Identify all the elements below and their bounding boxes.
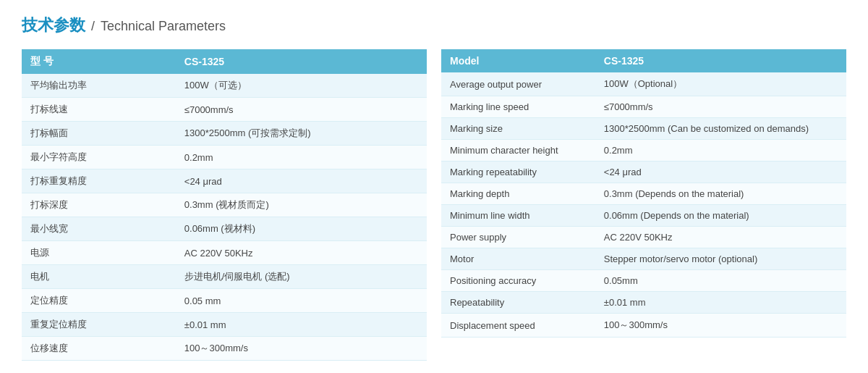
table-row: Marking repeatability<24 μrad [441,162,846,183]
table-row: Repeatability±0.01 mm [441,292,846,314]
en-row-label: Power supply [441,227,595,248]
cn-row-label: 打标幅面 [22,122,176,146]
cn-row-value: 0.05 mm [176,289,427,313]
table-row: 定位精度0.05 mm [22,289,427,313]
cn-row-value: ±0.01 mm [176,313,427,337]
cn-row-label: 定位精度 [22,289,176,313]
en-header-label: Model [441,49,595,72]
en-row-label: Marking line speed [441,96,595,118]
title-english: Technical Parameters [101,19,226,34]
chinese-table-section: 型 号 CS-1325 平均输出功率100W（可选）打标线速≤7000mm/s打… [22,49,427,361]
title-separator: / [91,19,95,34]
en-row-value: AC 220V 50KHz [595,227,846,248]
table-row: 电机步进电机/伺服电机 (选配) [22,265,427,289]
table-row: 打标重复精度<24 μrad [22,169,427,193]
en-row-value: Stepper motor/servo motor (optional) [595,248,846,270]
cn-row-value: 0.3mm (视材质而定) [176,193,427,217]
tables-wrapper: 型 号 CS-1325 平均输出功率100W（可选）打标线速≤7000mm/s打… [22,49,846,361]
en-row-value: ±0.01 mm [595,292,846,314]
en-row-label: Displacement speed [441,314,595,338]
en-row-value: <24 μrad [595,162,846,183]
cn-row-label: 位移速度 [22,337,176,361]
table-row: Marking line speed≤7000mm/s [441,96,846,118]
table-row: Power supplyAC 220V 50KHz [441,227,846,248]
en-row-label: Motor [441,248,595,270]
en-row-value: 0.06mm (Depends on the material) [595,205,846,227]
en-row-label: Marking repeatability [441,162,595,183]
en-row-value: 1300*2500mm (Can be customized on demand… [595,118,846,140]
table-row: 打标幅面1300*2500mm (可按需求定制) [22,122,427,146]
table-row: Displacement speed100～300mm/s [441,314,846,338]
page-header: 技术参数 / Technical Parameters [22,14,846,36]
table-row: Positioning accuracy0.05mm [441,270,846,292]
en-row-label: Repeatability [441,292,595,314]
english-table-section: Model CS-1325 Average output power100W（O… [441,49,846,361]
en-row-value: 0.2mm [595,140,846,162]
table-row: 平均输出功率100W（可选） [22,74,427,98]
cn-row-label: 重复定位精度 [22,313,176,337]
en-row-value: 100～300mm/s [595,314,846,338]
cn-header-label: 型 号 [22,49,176,74]
cn-row-label: 最小字符高度 [22,146,176,169]
table-row: 位移速度100～300mm/s [22,337,427,361]
cn-row-value: 1300*2500mm (可按需求定制) [176,122,427,146]
cn-row-label: 打标线速 [22,98,176,122]
en-row-label: Marking size [441,118,595,140]
en-row-label: Positioning accuracy [441,270,595,292]
en-row-value: 0.05mm [595,270,846,292]
cn-row-label: 打标重复精度 [22,169,176,193]
cn-row-value: 0.06mm (视材料) [176,217,427,241]
cn-row-label: 最小线宽 [22,217,176,241]
table-row: MotorStepper motor/servo motor (optional… [441,248,846,270]
cn-row-value: 100～300mm/s [176,337,427,361]
en-row-label: Marking depth [441,183,595,205]
table-row: 打标线速≤7000mm/s [22,98,427,122]
en-row-value: ≤7000mm/s [595,96,846,118]
en-row-value: 0.3mm (Depends on the material) [595,183,846,205]
cn-row-value: <24 μrad [176,169,427,193]
cn-row-value: 0.2mm [176,146,427,169]
cn-row-label: 打标深度 [22,193,176,217]
table-row: 打标深度0.3mm (视材质而定) [22,193,427,217]
en-row-label: Average output power [441,72,595,96]
cn-row-value: 步进电机/伺服电机 (选配) [176,265,427,289]
cn-row-value: AC 220V 50KHz [176,241,427,265]
table-row: Marking depth0.3mm (Depends on the mater… [441,183,846,205]
cn-row-value: ≤7000mm/s [176,98,427,122]
table-row: 最小字符高度0.2mm [22,146,427,169]
cn-row-value: 100W（可选） [176,74,427,98]
en-header-value: CS-1325 [595,49,846,72]
cn-header-value: CS-1325 [176,49,427,74]
en-row-value: 100W（Optional） [595,72,846,96]
table-row: 最小线宽0.06mm (视材料) [22,217,427,241]
en-row-label: Minimum line width [441,205,595,227]
table-row: 重复定位精度±0.01 mm [22,313,427,337]
english-table: Model CS-1325 Average output power100W（O… [441,49,846,338]
cn-row-label: 电源 [22,241,176,265]
table-row: Minimum character height0.2mm [441,140,846,162]
title-chinese: 技术参数 [22,14,85,36]
table-row: Marking size1300*2500mm (Can be customiz… [441,118,846,140]
table-row: 电源AC 220V 50KHz [22,241,427,265]
table-row: Minimum line width0.06mm (Depends on the… [441,205,846,227]
cn-row-label: 平均输出功率 [22,74,176,98]
table-row: Average output power100W（Optional） [441,72,846,96]
en-row-label: Minimum character height [441,140,595,162]
cn-row-label: 电机 [22,265,176,289]
chinese-table: 型 号 CS-1325 平均输出功率100W（可选）打标线速≤7000mm/s打… [22,49,427,361]
